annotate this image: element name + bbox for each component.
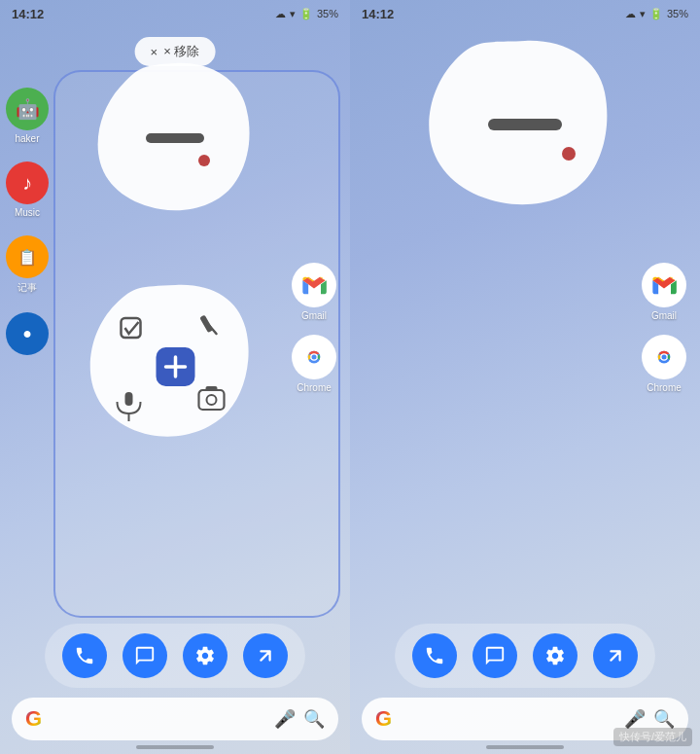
right-dock-settings[interactable] [533, 633, 578, 678]
svg-rect-12 [206, 386, 218, 391]
left-dock [45, 624, 305, 688]
left-home-indicator [136, 745, 214, 749]
right-status-bar: 14:12 ☁ ▾ 🔋 35% [350, 0, 700, 27]
right-lens-icon[interactable]: 🔍 [653, 708, 675, 730]
wifi-icon: ▾ [290, 8, 296, 20]
svg-rect-17 [488, 119, 562, 130]
music-icon: ♪ [6, 162, 49, 204]
remove-badge[interactable]: × × 移除 [135, 37, 216, 66]
right-status-icons: ☁ ▾ 🔋 35% [625, 8, 688, 20]
right-phone-panel: 14:12 ☁ ▾ 🔋 35% Gmail [350, 0, 700, 754]
svg-point-1 [198, 155, 210, 166]
left-status-time: 14:12 [12, 7, 44, 21]
dock-phone[interactable] [62, 633, 107, 678]
right-dock [395, 624, 655, 688]
chrome-label-right: Chrome [647, 382, 682, 393]
cloud-icon: ☁ [275, 8, 286, 20]
left-side-apps: 🤖 haker ♪ Music 📋 记事 ● [6, 88, 49, 358]
app-shaker[interactable]: 🤖 haker [6, 88, 49, 144]
left-search-bar[interactable]: G 🎤 🔍 [12, 698, 338, 740]
right-dock-messages[interactable] [472, 633, 517, 678]
right-assistant-widget-top [418, 29, 632, 224]
right-home-indicator [486, 745, 564, 749]
svg-rect-8 [125, 392, 133, 406]
right-mic-icon[interactable]: 🎤 [624, 708, 646, 730]
right-dock-phone[interactable] [412, 633, 457, 678]
gmail-icon-right [642, 263, 686, 307]
left-status-bar: 14:12 ☁ ▾ 🔋 35% [0, 0, 350, 27]
dock-messages[interactable] [122, 633, 167, 678]
left-phone-panel: 14:12 ☁ ▾ 🔋 35% × × 移除 [0, 0, 350, 754]
google-g-icon: G [25, 706, 42, 732]
blue-app-icon: ● [6, 312, 49, 355]
svg-point-18 [562, 147, 576, 161]
shaker-label: haker [15, 133, 39, 144]
chrome-icon-right [642, 335, 686, 379]
app-gmail-right[interactable]: Gmail [642, 263, 686, 321]
left-status-icons: ☁ ▾ 🔋 35% [275, 8, 338, 20]
shaker-icon: 🤖 [6, 88, 49, 130]
right-battery-percent: 35% [667, 8, 688, 19]
mic-icon[interactable]: 🎤 [274, 708, 296, 730]
dock-arrow[interactable] [243, 633, 288, 678]
remove-x-icon: × [151, 45, 158, 59]
battery-percent: 35% [317, 8, 338, 19]
app-chrome-right[interactable]: Chrome [642, 335, 686, 393]
watermark: 快传号/爱范儿 [613, 728, 692, 746]
assistant-widget-bottom[interactable] [81, 277, 270, 448]
right-google-g-icon: G [375, 706, 392, 732]
svg-point-22 [662, 355, 667, 360]
right-status-time: 14:12 [362, 7, 394, 21]
remove-text: × 移除 [163, 43, 199, 60]
app-notes[interactable]: 📋 记事 [6, 235, 49, 295]
svg-rect-0 [146, 133, 204, 143]
music-label: Music [15, 207, 40, 218]
gmail-label-right: Gmail [651, 310, 677, 321]
app-blue[interactable]: ● [6, 312, 49, 358]
right-right-apps: Gmail Chrome [642, 263, 686, 393]
right-wifi-icon: ▾ [640, 8, 646, 20]
right-cloud-icon: ☁ [625, 8, 636, 20]
dock-settings[interactable] [183, 633, 228, 678]
right-battery-icon: 🔋 [649, 8, 663, 20]
battery-icon: 🔋 [299, 8, 313, 20]
notes-icon: 📋 [6, 235, 49, 278]
app-music[interactable]: ♪ Music [6, 162, 49, 218]
notes-label: 记事 [18, 281, 37, 295]
right-dock-arrow[interactable] [593, 633, 638, 678]
lens-icon[interactable]: 🔍 [303, 708, 325, 730]
assistant-widget-top[interactable] [83, 54, 267, 224]
